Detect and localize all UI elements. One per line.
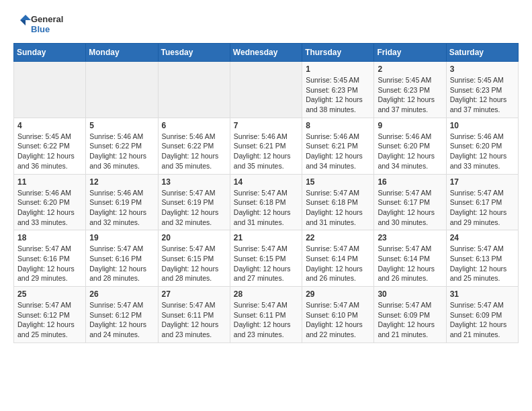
calendar-cell: 31Sunrise: 5:47 AMSunset: 6:09 PMDayligh… xyxy=(446,287,518,343)
header-thursday: Thursday xyxy=(302,44,374,62)
calendar-cell: 8Sunrise: 5:46 AMSunset: 6:21 PMDaylight… xyxy=(302,118,374,174)
day-number: 16 xyxy=(378,177,442,187)
day-info: Sunrise: 5:47 AMSunset: 6:18 PMDaylight:… xyxy=(234,189,291,226)
day-number: 10 xyxy=(450,121,515,130)
day-info: Sunrise: 5:46 AMSunset: 6:20 PMDaylight:… xyxy=(17,189,75,226)
day-info: Sunrise: 5:47 AMSunset: 6:14 PMDaylight:… xyxy=(306,244,363,282)
calendar-cell: 6Sunrise: 5:46 AMSunset: 6:22 PMDaylight… xyxy=(158,118,230,174)
day-number: 1 xyxy=(306,64,370,74)
calendar-table: SundayMondayTuesdayWednesdayThursdayFrid… xyxy=(13,43,519,343)
day-info: Sunrise: 5:46 AMSunset: 6:20 PMDaylight:… xyxy=(450,132,507,170)
day-info: Sunrise: 5:45 AMSunset: 6:23 PMDaylight:… xyxy=(306,76,363,113)
calendar-cell xyxy=(86,62,158,118)
day-info: Sunrise: 5:46 AMSunset: 6:22 PMDaylight:… xyxy=(162,132,219,170)
day-info: Sunrise: 5:47 AMSunset: 6:16 PMDaylight:… xyxy=(89,244,146,282)
day-info: Sunrise: 5:45 AMSunset: 6:22 PMDaylight:… xyxy=(17,132,75,170)
calendar-cell: 26Sunrise: 5:47 AMSunset: 6:12 PMDayligh… xyxy=(86,287,158,343)
calendar-cell: 13Sunrise: 5:47 AMSunset: 6:19 PMDayligh… xyxy=(158,174,230,230)
calendar-cell: 2Sunrise: 5:45 AMSunset: 6:23 PMDaylight… xyxy=(374,62,446,118)
day-number: 21 xyxy=(234,233,298,242)
day-info: Sunrise: 5:47 AMSunset: 6:12 PMDaylight:… xyxy=(17,301,75,338)
calendar-cell: 28Sunrise: 5:47 AMSunset: 6:11 PMDayligh… xyxy=(230,287,302,343)
day-info: Sunrise: 5:45 AMSunset: 6:23 PMDaylight:… xyxy=(450,76,507,113)
day-number: 5 xyxy=(89,121,154,130)
day-number: 3 xyxy=(450,64,515,74)
day-info: Sunrise: 5:47 AMSunset: 6:18 PMDaylight:… xyxy=(306,189,363,226)
logo: General Blue xyxy=(13,11,74,38)
day-number: 14 xyxy=(234,177,298,187)
header-tuesday: Tuesday xyxy=(158,44,230,62)
header-sunday: Sunday xyxy=(14,44,86,62)
calendar-cell: 5Sunrise: 5:46 AMSunset: 6:22 PMDaylight… xyxy=(86,118,158,174)
day-info: Sunrise: 5:47 AMSunset: 6:09 PMDaylight:… xyxy=(450,301,507,338)
svg-text:Blue: Blue xyxy=(31,24,50,34)
calendar-cell: 22Sunrise: 5:47 AMSunset: 6:14 PMDayligh… xyxy=(302,230,374,287)
day-number: 15 xyxy=(306,177,370,187)
calendar-cell: 27Sunrise: 5:47 AMSunset: 6:11 PMDayligh… xyxy=(158,287,230,343)
day-info: Sunrise: 5:47 AMSunset: 6:15 PMDaylight:… xyxy=(234,244,291,282)
day-info: Sunrise: 5:47 AMSunset: 6:13 PMDaylight:… xyxy=(450,244,507,282)
day-info: Sunrise: 5:47 AMSunset: 6:10 PMDaylight:… xyxy=(306,301,363,338)
calendar-cell: 14Sunrise: 5:47 AMSunset: 6:18 PMDayligh… xyxy=(230,174,302,230)
calendar-cell: 18Sunrise: 5:47 AMSunset: 6:16 PMDayligh… xyxy=(14,230,86,287)
header: General Blue xyxy=(13,11,519,38)
day-info: Sunrise: 5:46 AMSunset: 6:21 PMDaylight:… xyxy=(234,132,291,170)
calendar-cell: 7Sunrise: 5:46 AMSunset: 6:21 PMDaylight… xyxy=(230,118,302,174)
day-number: 9 xyxy=(378,121,442,130)
day-number: 13 xyxy=(162,177,226,187)
calendar-cell: 17Sunrise: 5:47 AMSunset: 6:17 PMDayligh… xyxy=(446,174,518,230)
day-number: 12 xyxy=(89,177,154,187)
calendar-cell: 9Sunrise: 5:46 AMSunset: 6:20 PMDaylight… xyxy=(374,118,446,174)
day-number: 6 xyxy=(162,121,226,130)
day-info: Sunrise: 5:46 AMSunset: 6:19 PMDaylight:… xyxy=(89,189,146,226)
day-info: Sunrise: 5:45 AMSunset: 6:23 PMDaylight:… xyxy=(378,76,435,113)
header-saturday: Saturday xyxy=(446,44,518,62)
day-number: 27 xyxy=(162,289,226,299)
calendar-cell: 1Sunrise: 5:45 AMSunset: 6:23 PMDaylight… xyxy=(302,62,374,118)
day-number: 31 xyxy=(450,289,515,299)
day-number: 17 xyxy=(450,177,515,187)
day-number: 24 xyxy=(450,233,515,242)
day-number: 23 xyxy=(378,233,442,242)
day-number: 2 xyxy=(378,64,442,74)
day-number: 19 xyxy=(89,233,154,242)
day-number: 30 xyxy=(378,289,442,299)
calendar-cell: 21Sunrise: 5:47 AMSunset: 6:15 PMDayligh… xyxy=(230,230,302,287)
svg-marker-2 xyxy=(20,15,31,20)
header-friday: Friday xyxy=(374,44,446,62)
calendar-cell xyxy=(14,62,86,118)
calendar-cell: 30Sunrise: 5:47 AMSunset: 6:09 PMDayligh… xyxy=(374,287,446,343)
calendar-cell: 19Sunrise: 5:47 AMSunset: 6:16 PMDayligh… xyxy=(86,230,158,287)
day-number: 4 xyxy=(17,121,82,130)
svg-marker-3 xyxy=(20,20,26,26)
day-number: 22 xyxy=(306,233,370,242)
calendar-cell xyxy=(230,62,302,118)
calendar-cell: 29Sunrise: 5:47 AMSunset: 6:10 PMDayligh… xyxy=(302,287,374,343)
day-info: Sunrise: 5:46 AMSunset: 6:22 PMDaylight:… xyxy=(89,132,146,170)
day-number: 26 xyxy=(89,289,154,299)
day-info: Sunrise: 5:47 AMSunset: 6:19 PMDaylight:… xyxy=(162,189,219,226)
day-number: 11 xyxy=(17,177,82,187)
calendar-cell xyxy=(158,62,230,118)
day-info: Sunrise: 5:47 AMSunset: 6:16 PMDaylight:… xyxy=(17,244,75,282)
day-info: Sunrise: 5:47 AMSunset: 6:17 PMDaylight:… xyxy=(450,189,507,226)
day-number: 18 xyxy=(17,233,82,242)
day-number: 29 xyxy=(306,289,370,299)
day-number: 20 xyxy=(162,233,226,242)
header-wednesday: Wednesday xyxy=(230,44,302,62)
day-info: Sunrise: 5:47 AMSunset: 6:11 PMDaylight:… xyxy=(234,301,291,338)
day-info: Sunrise: 5:47 AMSunset: 6:11 PMDaylight:… xyxy=(162,301,219,338)
day-info: Sunrise: 5:47 AMSunset: 6:17 PMDaylight:… xyxy=(378,189,435,226)
calendar-cell: 23Sunrise: 5:47 AMSunset: 6:14 PMDayligh… xyxy=(374,230,446,287)
header-monday: Monday xyxy=(86,44,158,62)
day-number: 28 xyxy=(234,289,298,299)
calendar-cell: 4Sunrise: 5:45 AMSunset: 6:22 PMDaylight… xyxy=(14,118,86,174)
day-info: Sunrise: 5:46 AMSunset: 6:20 PMDaylight:… xyxy=(378,132,435,170)
calendar-cell: 24Sunrise: 5:47 AMSunset: 6:13 PMDayligh… xyxy=(446,230,518,287)
day-info: Sunrise: 5:46 AMSunset: 6:21 PMDaylight:… xyxy=(306,132,363,170)
day-info: Sunrise: 5:47 AMSunset: 6:15 PMDaylight:… xyxy=(162,244,219,282)
calendar-cell: 20Sunrise: 5:47 AMSunset: 6:15 PMDayligh… xyxy=(158,230,230,287)
calendar-cell: 11Sunrise: 5:46 AMSunset: 6:20 PMDayligh… xyxy=(14,174,86,230)
calendar-cell: 3Sunrise: 5:45 AMSunset: 6:23 PMDaylight… xyxy=(446,62,518,118)
calendar-cell: 25Sunrise: 5:47 AMSunset: 6:12 PMDayligh… xyxy=(14,287,86,343)
